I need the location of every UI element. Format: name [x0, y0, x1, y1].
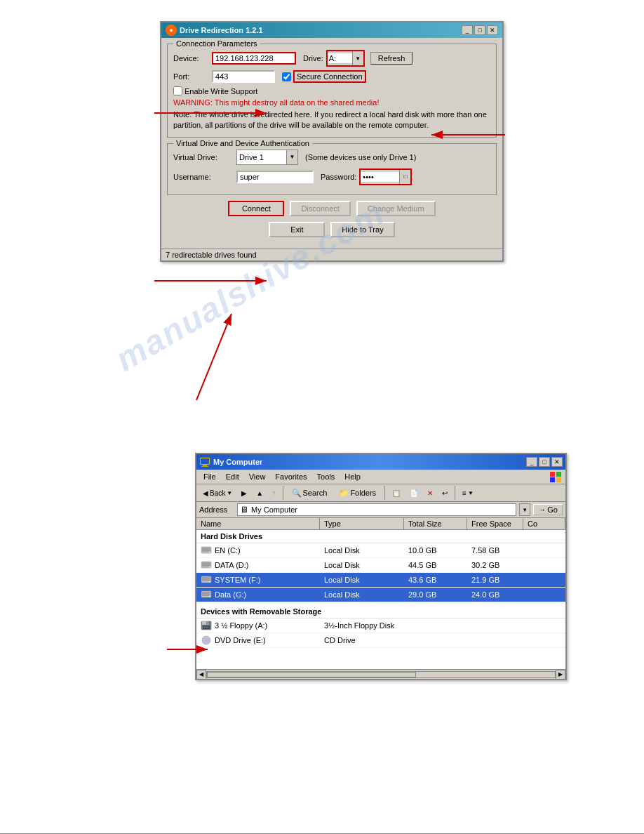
- horizontal-scrollbar: ◀ ▶: [196, 669, 565, 679]
- drive-window-body: Connection Parameters Device: Drive: ▼ R…: [161, 38, 502, 249]
- secure-checkbox[interactable]: [282, 72, 291, 81]
- address-input-wrap: 🖥 My Computer: [237, 503, 516, 516]
- back-button[interactable]: ◀ Back ▼: [199, 488, 236, 498]
- windows-logo-icon: [549, 470, 563, 483]
- svg-point-22: [209, 567, 210, 568]
- back-dropdown-icon: ▼: [227, 490, 232, 496]
- connect-button[interactable]: Connect: [228, 201, 284, 216]
- svg-rect-16: [556, 477, 561, 482]
- floppy-row[interactable]: 3 ½ Floppy (A:) 3½-Inch Floppy Disk: [196, 618, 565, 633]
- secure-row: Secure Connection: [282, 70, 366, 83]
- forward-icon: ▶: [241, 489, 247, 497]
- password-extra-btn[interactable]: □: [399, 170, 410, 184]
- username-input[interactable]: [236, 171, 314, 183]
- dvd-row[interactable]: DVD Drive (E:) CD Drive: [196, 633, 565, 648]
- col-type[interactable]: Type: [320, 518, 404, 529]
- toolbar-btn-3[interactable]: 📋: [389, 488, 404, 498]
- go-button[interactable]: → Go: [533, 504, 563, 515]
- hard-disk-label: Hard Disk Drives: [201, 532, 262, 541]
- drive-select[interactable]: [328, 53, 352, 63]
- menu-favorites[interactable]: Favorites: [271, 472, 311, 482]
- drive-redirection-window: ● Drive Redirection 1.2.1 _ □ ✕ Connecti…: [160, 21, 504, 262]
- svg-rect-13: [550, 472, 555, 477]
- removable-section-header: Devices with Removable Storage: [196, 605, 565, 618]
- port-input[interactable]: [212, 70, 275, 83]
- maximize-button[interactable]: □: [474, 25, 485, 35]
- view-dropdown-icon: ▼: [468, 490, 474, 496]
- minimize-button[interactable]: _: [462, 25, 473, 35]
- drive-row-c[interactable]: EN (C:) Local Disk 10.0 GB 7.58 GB: [196, 543, 565, 558]
- vdrive-row: Virtual Drive: ▼ (Some devices use only …: [173, 150, 490, 165]
- mycomp-close-button[interactable]: ✕: [551, 457, 563, 467]
- write-support-checkbox[interactable]: [173, 86, 182, 95]
- col-co[interactable]: Co: [523, 518, 565, 529]
- toolbar-btn-5[interactable]: ✕: [424, 488, 436, 498]
- drive-f-co: [523, 578, 565, 581]
- drive-d-total: 44.5 GB: [404, 560, 467, 571]
- drive-c-name: EN (C:): [215, 546, 241, 555]
- mycomp-maximize-button[interactable]: □: [539, 457, 550, 467]
- vdrive-dropdown-btn[interactable]: ▼: [286, 150, 297, 164]
- refresh-button[interactable]: Refresh: [370, 52, 413, 65]
- scroll-left-btn[interactable]: ◀: [196, 670, 206, 680]
- address-dropdown-btn[interactable]: ▼: [519, 503, 530, 516]
- menu-help[interactable]: Help: [340, 472, 365, 482]
- toolbar-btn-6[interactable]: ↩: [438, 488, 451, 498]
- drive-d-icon: [201, 560, 212, 571]
- drive-row-g[interactable]: Data (G:) Local Disk 29.0 GB 24.0 GB: [196, 588, 565, 602]
- drive-row-d[interactable]: DATA (D:) Local Disk 44.5 GB 30.2 GB: [196, 558, 565, 573]
- change-medium-button[interactable]: Change Medium: [356, 201, 436, 216]
- dvd-name: DVD Drive (E:): [215, 636, 266, 644]
- my-computer-window: My Computer _ □ ✕ File Edit View Favorit…: [195, 453, 567, 680]
- exit-button[interactable]: Exit: [269, 222, 325, 237]
- drive-c-type: Local Disk: [320, 545, 404, 556]
- floppy-name-cell: 3 ½ Floppy (A:): [196, 618, 320, 633]
- drive-dropdown-btn[interactable]: ▼: [352, 51, 363, 65]
- password-input[interactable]: [361, 172, 399, 182]
- folders-icon: 📁: [339, 489, 349, 498]
- drive-status-bar: 7 redirectable drives found: [161, 249, 502, 260]
- forward-button[interactable]: ▶: [238, 488, 250, 498]
- note-text: Note: The whole drive is redirected here…: [173, 110, 490, 131]
- device-label: Device:: [173, 54, 212, 62]
- search-button[interactable]: 🔍 Search: [287, 487, 333, 499]
- view-btn[interactable]: ≡ ▼: [459, 488, 477, 498]
- port-label: Port:: [173, 72, 212, 81]
- up-button[interactable]: ▲: [253, 488, 267, 498]
- folders-button[interactable]: 📁 Folders: [334, 487, 381, 499]
- toolbar-btn-4[interactable]: 📄: [406, 488, 422, 498]
- menu-file[interactable]: File: [199, 472, 220, 482]
- menu-edit[interactable]: Edit: [222, 472, 243, 482]
- menu-tools[interactable]: Tools: [313, 472, 340, 482]
- mycomp-minimize-button[interactable]: _: [526, 457, 537, 467]
- device-input[interactable]: [212, 52, 296, 65]
- col-free-space[interactable]: Free Space: [467, 518, 523, 529]
- svg-rect-11: [201, 466, 208, 467]
- disconnect-button[interactable]: Disconnect: [290, 201, 350, 216]
- scroll-right-btn[interactable]: ▶: [556, 670, 565, 680]
- nav-extra-btn[interactable]: ?: [269, 489, 279, 498]
- drive-f-icon: [201, 574, 212, 585]
- drive-c-free: 7.58 GB: [467, 545, 523, 556]
- page-container: manualshive.com ● Drive Redirection 1.2.…: [0, 0, 644, 834]
- vdrive-section-label: Virtual Drive and Device Authentication: [173, 139, 312, 147]
- vdrive-select[interactable]: [237, 152, 286, 162]
- col-name[interactable]: Name: [196, 518, 320, 529]
- drive-g-type: Local Disk: [320, 589, 404, 600]
- hide-tray-button[interactable]: Hide to Tray: [330, 222, 394, 237]
- mycomp-titlebar: My Computer _ □ ✕: [196, 454, 565, 470]
- svg-point-36: [206, 640, 207, 641]
- view-icon: ≡: [462, 489, 467, 497]
- col-total-size[interactable]: Total Size: [404, 518, 467, 529]
- drive-c-total: 10.0 GB: [404, 545, 467, 556]
- search-icon: 🔍: [292, 489, 302, 498]
- drive-row-f[interactable]: SYSTEM (F:) Local Disk 43.6 GB 21.9 GB: [196, 573, 565, 588]
- menu-view[interactable]: View: [245, 472, 270, 482]
- drive-d-type: Local Disk: [320, 560, 404, 571]
- scroll-thumb[interactable]: [207, 672, 416, 677]
- drive-g-co: [523, 593, 565, 596]
- svg-rect-33: [203, 626, 209, 628]
- close-button[interactable]: ✕: [487, 25, 498, 35]
- svg-rect-31: [206, 621, 208, 625]
- back-icon: ◀: [203, 489, 208, 497]
